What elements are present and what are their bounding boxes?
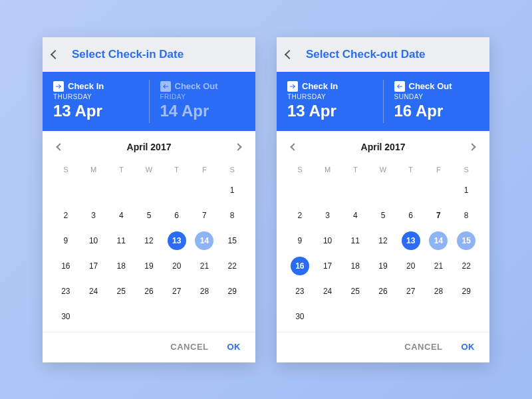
- day-cell[interactable]: 16: [52, 256, 80, 276]
- day-number: 9: [57, 231, 75, 250]
- checkout-date: 16 Apr: [394, 102, 479, 120]
- back-button[interactable]: [51, 49, 60, 59]
- day-cell[interactable]: 3: [80, 205, 108, 225]
- checkin-tab[interactable]: Check InTHURSDAY13 Apr: [43, 72, 149, 131]
- day-cell[interactable]: 5: [369, 205, 397, 225]
- day-number: 22: [223, 257, 241, 275]
- day-cell[interactable]: 1: [218, 180, 246, 200]
- day-cell[interactable]: 26: [135, 281, 163, 301]
- ok-button[interactable]: OK: [227, 342, 241, 352]
- day-cell[interactable]: 28: [425, 281, 453, 301]
- day-cell[interactable]: 5: [135, 205, 163, 225]
- day-cell[interactable]: 25: [107, 281, 135, 301]
- checkin-tab[interactable]: Check InTHURSDAY13 Apr: [277, 72, 383, 131]
- day-number: 10: [319, 231, 337, 250]
- day-cell[interactable]: 14: [191, 231, 219, 251]
- day-number: 23: [57, 282, 75, 301]
- next-month-button[interactable]: [234, 143, 241, 150]
- day-cell[interactable]: 9: [52, 231, 80, 251]
- day-cell[interactable]: 21: [425, 256, 453, 276]
- day-cell[interactable]: 8: [218, 205, 246, 225]
- day-cell[interactable]: 18: [107, 256, 135, 276]
- day-cell[interactable]: 27: [163, 281, 191, 301]
- day-cell[interactable]: 19: [135, 256, 163, 276]
- day-cell[interactable]: 8: [452, 205, 480, 225]
- empty-cell: [107, 180, 135, 200]
- weekday-label: T: [341, 162, 369, 178]
- day-cell[interactable]: 12: [135, 231, 163, 251]
- day-cell[interactable]: 4: [107, 205, 135, 225]
- month-label: April 2017: [361, 142, 406, 152]
- day-cell[interactable]: 25: [341, 281, 369, 301]
- day-cell[interactable]: 23: [52, 281, 80, 301]
- day-cell[interactable]: 9: [286, 231, 314, 251]
- day-cell[interactable]: 7: [191, 205, 219, 225]
- day-cell[interactable]: 22: [452, 256, 480, 276]
- day-number: 5: [140, 206, 158, 225]
- arrow-left-icon: [160, 81, 171, 92]
- ok-button[interactable]: OK: [462, 342, 475, 352]
- day-number: 25: [346, 282, 364, 301]
- back-button[interactable]: [285, 49, 294, 59]
- day-cell[interactable]: 18: [341, 256, 369, 276]
- day-cell[interactable]: 30: [52, 307, 80, 327]
- day-cell[interactable]: 22: [218, 256, 246, 276]
- day-cell[interactable]: 10: [80, 231, 108, 251]
- day-cell[interactable]: 19: [369, 256, 397, 276]
- day-cell[interactable]: 12: [369, 231, 397, 251]
- day-number: 3: [319, 206, 337, 225]
- cancel-button[interactable]: CANCEL: [170, 342, 208, 352]
- day-cell[interactable]: 11: [341, 231, 369, 251]
- day-cell[interactable]: 7: [425, 205, 453, 225]
- empty-cell: [286, 180, 314, 200]
- checkin-date: 13 Apr: [287, 102, 372, 120]
- day-cell[interactable]: 29: [452, 281, 480, 301]
- day-cell[interactable]: 13: [163, 231, 191, 251]
- checkout-tab[interactable]: Check OutSUNDAY16 Apr: [384, 72, 490, 131]
- day-cell[interactable]: 15: [218, 231, 246, 251]
- day-cell[interactable]: 11: [107, 231, 135, 251]
- day-number: 6: [168, 206, 186, 225]
- cancel-button[interactable]: CANCEL: [404, 342, 442, 352]
- day-cell[interactable]: 21: [191, 256, 219, 276]
- calendar-grid: 1234567891011121314151617181920212223242…: [43, 178, 255, 332]
- day-cell[interactable]: 28: [191, 281, 219, 301]
- day-number: 11: [112, 231, 130, 250]
- next-month-button[interactable]: [468, 143, 475, 150]
- checkin-label-row: Check In: [287, 81, 372, 92]
- day-cell[interactable]: 17: [80, 256, 108, 276]
- day-cell[interactable]: 2: [286, 205, 314, 225]
- day-number: 24: [319, 282, 337, 301]
- day-cell[interactable]: 24: [80, 281, 108, 301]
- day-cell[interactable]: 15: [452, 231, 480, 251]
- day-number: 2: [291, 206, 309, 225]
- day-cell[interactable]: 20: [163, 256, 191, 276]
- day-cell[interactable]: 6: [163, 205, 191, 225]
- day-cell[interactable]: 3: [314, 205, 342, 225]
- day-cell[interactable]: 4: [341, 205, 369, 225]
- day-cell[interactable]: 30: [286, 307, 314, 327]
- day-cell[interactable]: 14: [425, 231, 453, 251]
- day-cell[interactable]: 1: [452, 180, 480, 200]
- checkout-tab[interactable]: Check OutFRIDAY14 Apr: [150, 72, 256, 131]
- day-number: 24: [84, 282, 103, 301]
- checkout-label: Check Out: [175, 81, 218, 91]
- day-cell[interactable]: 26: [369, 281, 397, 301]
- day-cell[interactable]: 13: [397, 231, 425, 251]
- day-cell[interactable]: 23: [286, 281, 314, 301]
- weekday-label: W: [369, 162, 397, 178]
- day-number: 13: [402, 231, 420, 250]
- day-cell[interactable]: 20: [397, 256, 425, 276]
- day-cell[interactable]: 10: [314, 231, 342, 251]
- day-cell[interactable]: 2: [52, 205, 80, 225]
- day-cell[interactable]: 6: [397, 205, 425, 225]
- prev-month-button[interactable]: [290, 143, 297, 150]
- day-number: 20: [402, 257, 420, 275]
- day-cell[interactable]: 24: [314, 281, 342, 301]
- day-cell[interactable]: 16: [286, 256, 314, 276]
- day-cell[interactable]: 27: [397, 281, 425, 301]
- day-cell[interactable]: 17: [314, 256, 342, 276]
- day-number: 1: [457, 181, 475, 200]
- day-cell[interactable]: 29: [218, 281, 246, 301]
- prev-month-button[interactable]: [56, 143, 63, 150]
